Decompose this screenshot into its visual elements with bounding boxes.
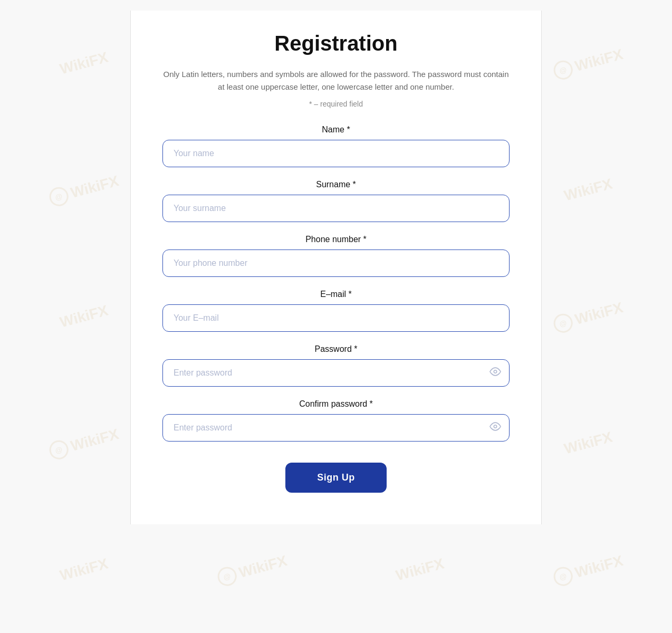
phone-input[interactable] [162,250,510,277]
svg-point-0 [494,370,497,373]
password-input-wrapper [162,359,510,387]
confirm-password-field-group: Confirm password * [162,399,510,442]
required-note: * – required field [162,100,510,108]
email-label: E–mail * [162,290,510,299]
email-input-wrapper [162,304,510,332]
password-label: Password * [162,344,510,354]
name-input[interactable] [162,140,510,167]
name-input-wrapper [162,140,510,167]
name-field-group: Name * [162,125,510,167]
confirm-password-input[interactable] [162,414,510,442]
password-input[interactable] [162,359,510,387]
phone-input-wrapper [162,250,510,277]
email-input[interactable] [162,304,510,332]
surname-field-group: Surname * [162,180,510,222]
surname-input[interactable] [162,195,510,222]
surname-input-wrapper [162,195,510,222]
signup-button[interactable]: Sign Up [285,463,387,493]
password-field-group: Password * [162,344,510,387]
password-description: Only Latin letters, numbers and symbols … [162,68,510,93]
phone-label: Phone number * [162,235,510,244]
registration-form: Name * Surname * Phone number * [162,125,510,493]
registration-form-container: Registration Only Latin letters, numbers… [130,11,542,524]
email-field-group: E–mail * [162,290,510,332]
name-label: Name * [162,125,510,135]
phone-field-group: Phone number * [162,235,510,277]
password-toggle-icon[interactable] [489,366,501,380]
svg-point-1 [494,425,497,428]
page-title: Registration [162,32,510,55]
confirm-password-toggle-icon[interactable] [489,421,501,435]
confirm-password-input-wrapper [162,414,510,442]
surname-label: Surname * [162,180,510,189]
page-wrapper: Registration Only Latin letters, numbers… [0,0,672,556]
confirm-password-label: Confirm password * [162,399,510,409]
